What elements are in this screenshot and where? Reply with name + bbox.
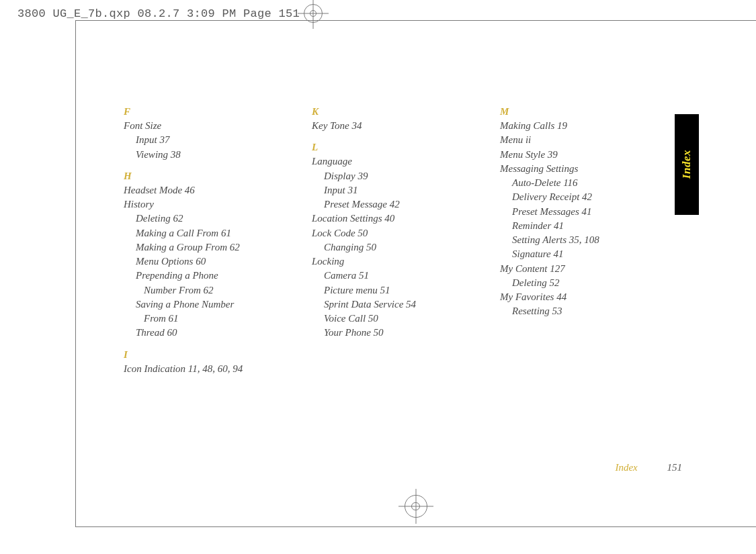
slug-text: 3800 UG_E_7b.qxp 08.2.7 3:09 PM Page 151 [17,7,300,20]
footer-section: Index [615,462,637,473]
index-entry: Headset Mode 46 [124,183,301,197]
index-column-2: K Key Tone 34 L Language Display 39 Inpu… [312,106,500,376]
index-subentry: Your Phone 50 [312,326,489,339]
index-subentry: Making a Call From 61 [124,226,301,240]
index-subentry: Prepending a Phone [124,269,301,282]
index-entry: History [124,197,301,211]
index-subentry: Setting Alerts 35, 108 [500,233,677,246]
index-subentry: Resetting 53 [500,304,677,318]
index-entry: Location Settings 40 [312,212,489,225]
index-subentry: Sprint Data Service 54 [312,297,489,311]
index-letter-h: H [124,171,301,182]
index-entry: Locking [312,255,489,268]
index-subentry: Input 37 [124,133,301,146]
index-letter-f: F [124,106,301,118]
index-letter-l: L [312,142,489,153]
index-subentry: Making a Group From 62 [124,240,301,254]
index-entry: Language [312,154,489,168]
index-subentry: Signature 41 [500,247,677,261]
index-entry: My Content 127 [500,262,677,275]
index-entry: Menu Style 39 [500,148,677,161]
registration-mark-icon [405,495,427,518]
page-body: Index F Font Size Input 37 Viewing 38 H … [75,20,756,527]
index-subentry: Auto-Delete 116 [500,176,677,189]
index-entry: Making Calls 19 [500,119,677,132]
index-subentry: Saving a Phone Number [124,297,301,311]
index-column-1: F Font Size Input 37 Viewing 38 H Headse… [124,106,312,376]
index-entry: My Favorites 44 [500,290,677,304]
index-subentry: Deleting 52 [500,276,677,289]
index-subentry: Preset Messages 41 [500,205,677,218]
index-subentry: Picture menu 51 [312,283,489,297]
index-subentry: Viewing 38 [124,148,301,161]
index-subentry: Deleting 62 [124,212,301,225]
index-letter-i: I [124,349,301,361]
index-subentry: Voice Call 50 [312,312,489,325]
index-subentry: Delivery Receipt 42 [500,190,677,203]
index-subentry: Menu Options 60 [124,255,301,268]
index-subentry-cont: Number From 62 [124,283,301,297]
index-entry: Lock Code 50 [312,226,489,240]
index-entry: Messaging Settings [500,162,677,175]
index-entry: Font Size [124,119,301,132]
index-subentry: Camera 51 [312,269,489,282]
index-subentry: Preset Message 42 [312,197,489,211]
index-subentry: Input 31 [312,183,489,197]
index-columns: F Font Size Input 37 Viewing 38 H Headse… [124,106,648,376]
page-footer: Index 151 [615,462,682,473]
index-subentry: Display 39 [312,169,489,183]
index-letter-m: M [500,106,677,118]
index-column-3: M Making Calls 19 Menu ii Menu Style 39 … [500,106,688,376]
index-subentry: Thread 60 [124,326,301,339]
index-letter-k: K [312,106,489,118]
index-entry: Key Tone 34 [312,119,489,132]
index-subentry: Changing 50 [312,240,489,254]
index-subentry: Reminder 41 [500,219,677,232]
index-entry: Icon Indication 11, 48, 60, 94 [124,362,301,375]
footer-page-number: 151 [667,462,683,473]
index-subentry-cont: From 61 [124,312,301,325]
index-entry: Menu ii [500,133,677,146]
